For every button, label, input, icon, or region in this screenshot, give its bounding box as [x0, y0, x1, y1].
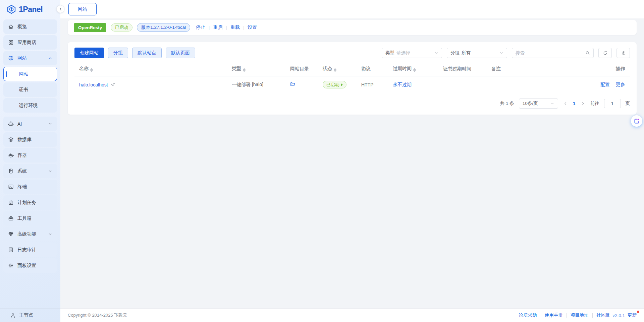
restart-link[interactable]: 重启: [213, 24, 222, 30]
settings-link[interactable]: 设置: [248, 24, 257, 30]
update-notification-dot: [637, 311, 639, 313]
sort-icon[interactable]: [334, 68, 336, 72]
column-header-expire[interactable]: 过期时间: [389, 62, 440, 76]
sidebar-item-label: 网站: [19, 71, 29, 77]
create-website-button[interactable]: 创建网站: [74, 48, 104, 58]
config-link[interactable]: 配置: [600, 82, 610, 88]
sidebar-item-container[interactable]: 容器: [3, 148, 57, 163]
type-filter-placeholder: 请选择: [396, 50, 410, 56]
sort-icon[interactable]: [243, 68, 246, 72]
sidebar-collapse-button[interactable]: [56, 5, 64, 13]
column-header-remark: 备注: [488, 62, 590, 76]
open-site-icon[interactable]: [111, 82, 115, 87]
project-link[interactable]: 项目地址: [571, 312, 589, 318]
sidebar-item-label: 证书: [19, 87, 28, 93]
search-icon: [585, 51, 590, 55]
more-link[interactable]: 更多: [616, 82, 625, 88]
default-page-button[interactable]: 默认页面: [166, 48, 195, 58]
chevron-down-icon: [48, 122, 52, 126]
sidebar-item-terminal[interactable]: 终端: [3, 180, 57, 194]
sidebar-item-panel-settings[interactable]: 面板设置: [3, 258, 57, 273]
chevron-down-icon: [550, 102, 554, 106]
sidebar-item-website-group[interactable]: 网站: [3, 51, 57, 65]
type-filter-label: 类型: [385, 50, 394, 56]
ai-assistant-button[interactable]: [631, 115, 642, 127]
page-number[interactable]: 1: [573, 101, 576, 106]
sidebar-item-ai[interactable]: AI: [3, 117, 57, 131]
tab-website[interactable]: 网站: [68, 3, 97, 15]
sidebar-item-label: 容器: [17, 152, 27, 158]
expire-time-link[interactable]: 永不过期: [393, 82, 412, 87]
panel-version: v2.0.1: [612, 313, 625, 318]
sidebar-subitem-certificate[interactable]: 证书: [3, 82, 57, 97]
column-settings-button[interactable]: [616, 48, 630, 58]
grid-icon: [8, 40, 14, 45]
column-header-root-dir: 网站目录: [287, 62, 319, 76]
default-site-button[interactable]: 默认站点: [132, 48, 162, 58]
sidebar-nav: 概览 应用商店 网站 网站: [0, 19, 60, 308]
sort-icon[interactable]: [90, 68, 93, 72]
update-link[interactable]: 更新: [628, 313, 637, 318]
refresh-button[interactable]: [598, 48, 612, 58]
sidebar-item-database[interactable]: 数据库: [3, 132, 57, 147]
pagination: 共 1 条 10条/页 1: [74, 99, 630, 109]
sidebar-item-logs[interactable]: 日志审计: [3, 243, 57, 257]
footer: Copyright © 2014-2025 飞致云 论坛求助 使用手册 项目地址…: [60, 308, 644, 322]
sidebar-item-label: 应用商店: [17, 40, 36, 46]
search-input[interactable]: [516, 51, 585, 56]
status-actions: 停止 | 重启 | 重载 | 设置: [196, 24, 257, 30]
version-badge[interactable]: 版本1.27.1.2-0-1-focal: [137, 23, 190, 32]
stop-link[interactable]: 停止: [196, 24, 205, 30]
logo-hexagon-icon: [7, 5, 16, 14]
column-header-type[interactable]: 类型: [228, 62, 287, 76]
logo[interactable]: 1Panel: [0, 0, 60, 19]
folder-icon[interactable]: [290, 81, 296, 87]
sidebar-item-label: AI: [17, 121, 22, 127]
column-header-name[interactable]: 名称: [74, 62, 228, 76]
group-filter-select[interactable]: 分组 所有: [447, 48, 507, 58]
sidebar-subitem-runtime[interactable]: 运行环境: [3, 98, 57, 113]
group-button[interactable]: 分组: [108, 48, 128, 58]
sidebar-item-toolbox[interactable]: 工具箱: [3, 211, 57, 226]
reload-link[interactable]: 重载: [230, 24, 240, 30]
sort-icon[interactable]: [413, 68, 416, 72]
chevron-down-icon: [499, 51, 503, 55]
column-header-status[interactable]: 状态: [319, 62, 358, 76]
sidebar-item-cron[interactable]: 计划任务: [3, 195, 57, 210]
app-status-bar: OpenResty 已启动 版本1.27.1.2-0-1-focal 停止 | …: [68, 20, 637, 35]
active-indicator: [6, 71, 7, 77]
pager: 1: [564, 101, 585, 106]
sidebar-item-label: 运行环境: [19, 103, 38, 109]
website-status-badge[interactable]: 已启动: [323, 81, 346, 88]
sidebar-item-label: 工具箱: [17, 215, 32, 221]
sidebar-subitem-website[interactable]: 网站: [3, 67, 57, 81]
website-list-card: 创建网站 分组 默认站点 默认页面 类型 请选择: [68, 42, 637, 115]
layers-icon: [8, 137, 14, 142]
sidebar-item-advanced[interactable]: 高级功能: [3, 227, 57, 241]
openresty-button[interactable]: OpenResty: [74, 23, 106, 32]
sidebar-node-selector[interactable]: 主节点: [0, 308, 60, 322]
website-protocol: HTTP: [358, 76, 389, 93]
type-filter-select[interactable]: 类型 请选择: [382, 48, 442, 58]
sidebar-item-overview[interactable]: 概览: [3, 19, 57, 34]
sidebar-item-app-store[interactable]: 应用商店: [3, 35, 57, 50]
sidebar-item-system[interactable]: 系统: [3, 164, 57, 178]
edition-link[interactable]: 社区版: [596, 312, 610, 318]
content: OpenResty 已启动 版本1.27.1.2-0-1-focal 停止 | …: [60, 18, 644, 308]
robot-icon: [8, 121, 14, 127]
divider: |: [226, 25, 227, 30]
next-page-button[interactable]: [581, 102, 585, 106]
home-icon: [8, 24, 14, 29]
column-header-protocol: 协议: [358, 62, 389, 76]
page-size-select[interactable]: 10条/页: [519, 99, 558, 109]
manual-link[interactable]: 使用手册: [545, 312, 563, 318]
divider: |: [209, 25, 210, 30]
docker-icon: [8, 152, 14, 158]
goto-page-input[interactable]: [604, 99, 621, 108]
log-list-icon: [8, 247, 14, 253]
prev-page-button[interactable]: [564, 102, 568, 106]
website-name-link[interactable]: halo.localhost: [79, 82, 108, 87]
chevron-down-icon: [434, 51, 438, 55]
forum-help-link[interactable]: 论坛求助: [519, 312, 537, 318]
cert-expire-time: [440, 76, 488, 93]
